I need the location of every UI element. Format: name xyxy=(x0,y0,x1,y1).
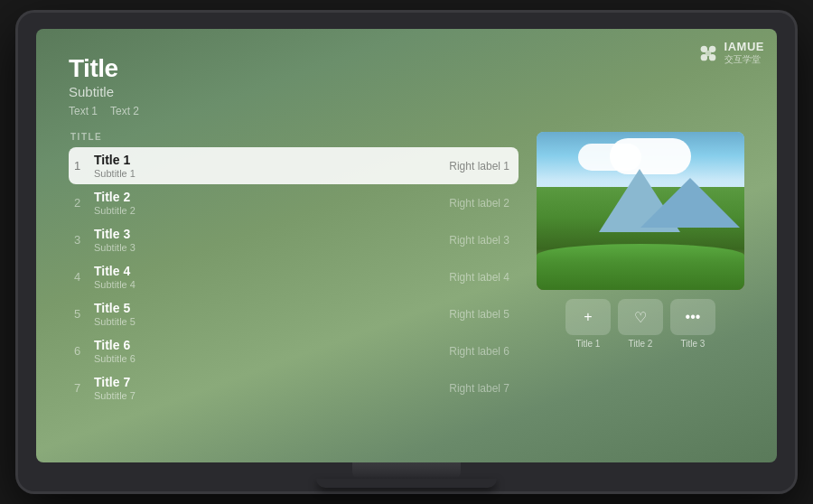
list-item-right-label: Right label 3 xyxy=(449,234,509,247)
list-item-subtitle: Subtitle 1 xyxy=(94,168,449,179)
list-item-right-label: Right label 5 xyxy=(449,308,509,321)
mountain-peak2 xyxy=(640,178,740,228)
list-item[interactable]: 2 Title 2 Subtitle 2 Right label 2 xyxy=(69,184,519,221)
header-title: Title xyxy=(69,54,744,83)
action-btn-label-0: Title 1 xyxy=(576,339,601,349)
list-item-right-label: Right label 7 xyxy=(449,382,509,395)
list-item-number: 3 xyxy=(74,233,94,247)
list-item[interactable]: 3 Title 3 Subtitle 3 Right label 3 xyxy=(69,221,519,258)
list-item-subtitle: Subtitle 7 xyxy=(94,390,449,401)
list-item-text: Title 3 Subtitle 3 xyxy=(94,227,449,253)
action-btn-icon-0[interactable]: + xyxy=(565,299,611,335)
tv-screen: Title Subtitle Text 1 Text 2 TITLE 1 Tit… xyxy=(36,29,777,462)
list-item-title: Title 1 xyxy=(94,153,449,167)
watermark-logo-icon xyxy=(696,42,720,65)
action-btn: + Title 1 xyxy=(565,299,611,349)
action-btn-label-1: Title 2 xyxy=(629,339,653,349)
list-item-right-label: Right label 1 xyxy=(449,160,509,173)
list-item-title: Title 6 xyxy=(94,338,449,352)
list-item-text: Title 6 Subtitle 6 xyxy=(94,338,449,364)
tv-stand xyxy=(352,462,461,479)
list-item-number: 7 xyxy=(74,381,94,395)
list-item-text: Title 7 Subtitle 7 xyxy=(94,375,449,401)
main-layout: TITLE 1 Title 1 Subtitle 1 Right label 1… xyxy=(69,132,744,444)
list-item-right-label: Right label 4 xyxy=(449,271,509,284)
list-item-number: 1 xyxy=(74,159,94,173)
header-text2: Text 2 xyxy=(110,105,139,117)
list-item-right-label: Right label 6 xyxy=(449,345,509,358)
list-item-subtitle: Subtitle 3 xyxy=(94,242,449,253)
action-btn: ••• Title 3 xyxy=(670,299,715,349)
watermark-subtext: 交互学堂 xyxy=(724,53,764,66)
list-item-title: Title 7 xyxy=(94,375,449,389)
tv-frame: Title Subtitle Text 1 Text 2 TITLE 1 Tit… xyxy=(18,13,795,491)
list-item-text: Title 2 Subtitle 2 xyxy=(94,190,449,216)
artwork xyxy=(537,132,744,290)
list-section-label: TITLE xyxy=(69,132,519,142)
landscape-image xyxy=(537,132,744,290)
action-buttons: + Title 1 ♡ Title 2 ••• Title 3 xyxy=(537,299,744,349)
list-item-right-label: Right label 2 xyxy=(449,197,509,210)
list-item-title: Title 3 xyxy=(94,227,449,241)
list-item[interactable]: 4 Title 4 Subtitle 4 Right label 4 xyxy=(69,258,519,295)
svg-point-4 xyxy=(705,50,711,56)
watermark-brand: IAMUE xyxy=(724,40,764,53)
list-item-subtitle: Subtitle 2 xyxy=(94,205,449,216)
list-item-number: 5 xyxy=(74,307,94,321)
header-subtitle: Subtitle xyxy=(69,84,744,99)
list-item-number: 2 xyxy=(74,196,94,210)
tv-stand-base xyxy=(316,479,497,488)
list-item-number: 6 xyxy=(74,344,94,358)
screen-content: Title Subtitle Text 1 Text 2 TITLE 1 Tit… xyxy=(36,29,777,462)
list-item-text: Title 4 Subtitle 4 xyxy=(94,264,449,290)
list-item-text: Title 1 Subtitle 1 xyxy=(94,153,449,179)
action-btn-icon-2[interactable]: ••• xyxy=(670,299,715,335)
right-panel: + Title 1 ♡ Title 2 ••• Title 3 xyxy=(537,132,744,444)
list-item-title: Title 2 xyxy=(94,190,449,204)
list-item[interactable]: 1 Title 1 Subtitle 1 Right label 1 xyxy=(69,147,519,184)
list-item[interactable]: 5 Title 5 Subtitle 5 Right label 5 xyxy=(69,295,519,332)
action-btn-label-2: Title 3 xyxy=(681,339,706,349)
list-item-subtitle: Subtitle 6 xyxy=(94,353,449,364)
header-text-row: Text 1 Text 2 xyxy=(69,105,744,117)
action-btn-icon-1[interactable]: ♡ xyxy=(618,299,663,335)
list-item[interactable]: 7 Title 7 Subtitle 7 Right label 7 xyxy=(69,369,519,406)
list-item-subtitle: Subtitle 4 xyxy=(94,279,449,290)
header-section: Title Subtitle Text 1 Text 2 xyxy=(69,54,744,117)
action-btn: ♡ Title 2 xyxy=(618,299,663,349)
list-item-subtitle: Subtitle 5 xyxy=(94,316,449,327)
header-text1: Text 1 xyxy=(69,105,98,117)
list-items: 1 Title 1 Subtitle 1 Right label 1 2 Tit… xyxy=(69,147,519,406)
list-section: TITLE 1 Title 1 Subtitle 1 Right label 1… xyxy=(69,132,519,444)
list-item[interactable]: 6 Title 6 Subtitle 6 Right label 6 xyxy=(69,332,519,369)
list-item-number: 4 xyxy=(74,270,94,284)
watermark: IAMUE 交互学堂 xyxy=(696,40,764,66)
watermark-text-block: IAMUE 交互学堂 xyxy=(724,40,764,66)
mountains xyxy=(537,187,744,290)
list-item-title: Title 5 xyxy=(94,301,449,315)
green-hills xyxy=(537,244,744,290)
list-item-title: Title 4 xyxy=(94,264,449,278)
list-item-text: Title 5 Subtitle 5 xyxy=(94,301,449,327)
